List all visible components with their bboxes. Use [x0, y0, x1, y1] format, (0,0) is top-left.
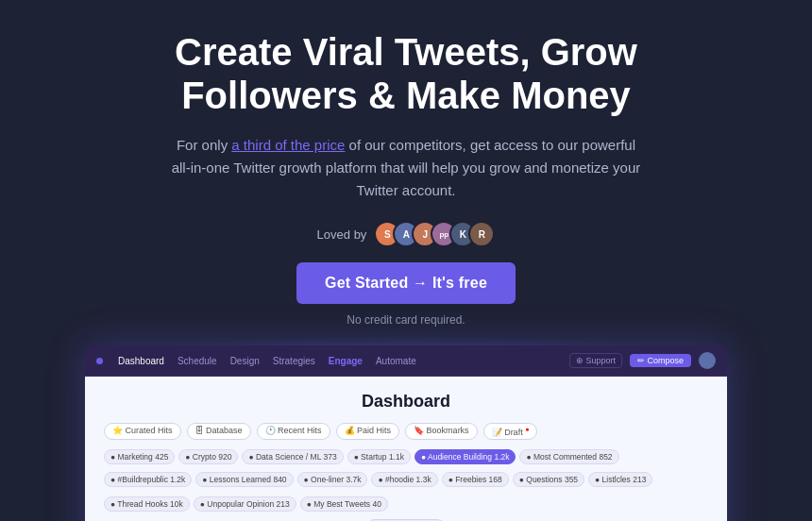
browser-chrome: Dashboard Schedule Design Strategies Eng…	[85, 345, 727, 521]
nav-right: ⊕ Support ✏ Compose	[569, 352, 716, 369]
content-tabs: ⭐ Curated Hits 🗄 Database 🕐 Recent Hits …	[104, 423, 708, 440]
loved-label: Loved by	[317, 227, 367, 242]
browser-nav: Dashboard Schedule Design Strategies Eng…	[85, 345, 727, 377]
price-link[interactable]: a third of the price	[231, 137, 345, 153]
filter-lessons[interactable]: ● Lessons Learned 840	[195, 472, 293, 487]
filter-oneliner[interactable]: ● One-liner 3.7k	[297, 472, 368, 487]
user-avatar-nav	[699, 352, 716, 369]
filter-tags-row3: ● Thread Hooks 10k ● Unpopular Opinion 2…	[104, 496, 708, 512]
compose-button[interactable]: ✏ Compose	[630, 354, 691, 367]
hero-subtitle: For only a third of the price of our com…	[170, 134, 642, 202]
subtitle-before: For only	[177, 137, 231, 153]
dashboard-title: Dashboard	[104, 392, 708, 412]
cta-button[interactable]: Get Started → It's free	[296, 262, 516, 304]
filter-datascience[interactable]: ● Data Science / ML 373	[242, 449, 343, 464]
filter-threadhooks[interactable]: ● Thread Hooks 10k	[104, 496, 190, 512]
filter-crypto[interactable]: ● Crypto 920	[178, 449, 238, 464]
avatar-group: S A J pp K R	[374, 221, 495, 247]
hero-title-line1: Create Viral Tweets, Grow	[175, 31, 637, 73]
filter-audience[interactable]: ● Audience Building 1.2k	[414, 449, 516, 464]
tab-database[interactable]: 🗄 Database	[187, 423, 251, 440]
nav-tab-dashboard[interactable]: Dashboard	[118, 356, 164, 366]
hero-section: Create Viral Tweets, Grow Followers & Ma…	[0, 0, 812, 521]
filter-tags-row2: ● #Buildrepublic 1.2k ● Lessons Learned …	[104, 472, 708, 487]
avatar: R	[468, 221, 495, 247]
nav-tab-schedule[interactable]: Schedule	[178, 356, 217, 366]
no-credit-text: No credit card required.	[347, 313, 465, 327]
filter-hoodie[interactable]: ● #hoodie 1.3k	[371, 472, 437, 487]
filter-questions[interactable]: ● Questions 355	[513, 472, 584, 487]
filter-mostcommented[interactable]: ● Most Commented 852	[519, 449, 618, 464]
nav-tab-engage[interactable]: Engage	[329, 356, 363, 366]
nav-tabs: Dashboard Schedule Design Strategies Eng…	[118, 356, 564, 366]
hero-title-line2: Followers & Make Money	[181, 75, 631, 116]
filter-buildrepublic[interactable]: ● #Buildrepublic 1.2k	[104, 472, 192, 487]
tab-recent[interactable]: 🕐 Recent Hits	[257, 423, 330, 440]
filter-mybesttweets[interactable]: ● My Best Tweets 40	[300, 496, 388, 512]
dashboard-content: Dashboard ⭐ Curated Hits 🗄 Database 🕐 Re…	[85, 377, 727, 521]
filter-startup[interactable]: ● Startup 1.1k	[347, 449, 411, 464]
tab-draft[interactable]: 📝 Draft ●	[483, 423, 538, 440]
tab-curated[interactable]: ⭐ Curated Hits	[104, 423, 181, 440]
filter-tags-row1: ● Marketing 425 ● Crypto 920 ● Data Scie…	[104, 449, 708, 464]
nav-tab-automate[interactable]: Automate	[376, 356, 416, 366]
tab-paid[interactable]: 💰 Paid Hits	[336, 423, 400, 440]
filter-freebies[interactable]: ● Freebies 168	[442, 472, 509, 487]
nav-tab-design[interactable]: Design	[230, 356, 260, 366]
filter-listicles[interactable]: ● Listlcles 213	[588, 472, 652, 487]
filter-unpopular[interactable]: ● Unpopular Opinion 213	[194, 496, 296, 512]
filter-marketing[interactable]: ● Marketing 425	[104, 449, 175, 464]
loved-row: Loved by S A J pp K R	[317, 221, 496, 247]
hero-title: Create Viral Tweets, Grow Followers & Ma…	[175, 30, 637, 117]
dashboard-preview: Dashboard Schedule Design Strategies Eng…	[85, 345, 727, 521]
tab-bookmarks[interactable]: 🔖 Bookmarks	[405, 423, 478, 440]
nav-tab-strategies[interactable]: Strategies	[273, 356, 315, 366]
nav-dot	[96, 358, 103, 364]
support-button[interactable]: ⊕ Support	[569, 353, 622, 368]
